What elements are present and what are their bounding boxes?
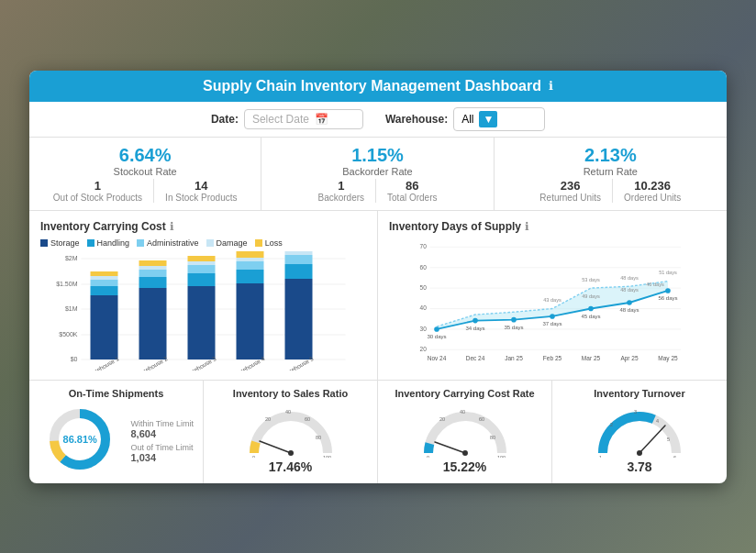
svg-rect-28 — [237, 258, 264, 261]
svg-rect-14 — [91, 271, 118, 276]
dashboard-header: Supply Chain Inventory Management Dashbo… — [29, 71, 727, 102]
svg-text:48 days: 48 days — [620, 286, 639, 292]
out-of-stock-label: Out of Stock Products — [53, 193, 142, 203]
sales-ratio-value: 17.46% — [213, 459, 368, 474]
svg-text:60: 60 — [420, 263, 428, 270]
svg-text:46 days: 46 days — [646, 282, 664, 287]
out-value: 1,034 — [130, 452, 194, 463]
svg-rect-20 — [188, 286, 216, 359]
svg-text:40: 40 — [285, 409, 291, 415]
svg-text:$1.50M: $1.50M — [56, 281, 78, 287]
line-chart-title: Inventory Days of Supply ℹ — [389, 220, 716, 233]
svg-text:40: 40 — [460, 409, 465, 415]
svg-text:4: 4 — [656, 418, 659, 424]
backorder-percent: 1.15% — [276, 145, 478, 166]
bar-chart-info-icon[interactable]: ℹ — [170, 220, 174, 233]
kpi-return: 2.13% Return Rate 236 Returned Units 10.… — [495, 138, 727, 210]
date-label: Date: — [211, 113, 239, 126]
warehouse-label: Warehouse: — [385, 113, 448, 126]
date-placeholder: Select Date — [252, 113, 309, 126]
svg-text:2: 2 — [610, 422, 613, 427]
svg-text:20: 20 — [265, 416, 271, 422]
svg-line-83 — [260, 441, 291, 453]
cost-rate-value: 15.22% — [387, 459, 542, 474]
svg-rect-30 — [285, 279, 313, 359]
svg-text:Nov 24: Nov 24 — [428, 355, 447, 361]
svg-text:48 days: 48 days — [620, 274, 639, 280]
svg-text:$0: $0 — [71, 356, 78, 362]
ontime-title: On-Time Shipments — [39, 388, 194, 399]
svg-rect-22 — [188, 265, 216, 273]
warehouse-value: All — [461, 113, 473, 126]
svg-rect-25 — [237, 283, 264, 359]
return-percent: 2.13% — [509, 145, 712, 166]
warehouse-select[interactable]: All ▼ — [453, 107, 545, 131]
in-stock-label: In Stock Products — [165, 193, 237, 203]
info-icon[interactable]: ℹ — [549, 79, 553, 93]
svg-point-56 — [588, 305, 594, 311]
gauge-cost-rate: Inventory Carrying Cost Rate 0 20 40 60 … — [378, 381, 552, 483]
in-stock-value: 14 — [165, 179, 237, 193]
backorder-label: Backorder Rate — [276, 166, 478, 177]
charts-row: Inventory Carrying Cost ℹ Storage Handli… — [29, 211, 727, 381]
svg-rect-27 — [237, 261, 264, 270]
svg-rect-17 — [139, 270, 167, 277]
svg-text:Apr 25: Apr 25 — [620, 355, 639, 362]
svg-text:40: 40 — [420, 304, 428, 311]
svg-line-91 — [435, 442, 465, 453]
svg-point-52 — [434, 326, 439, 332]
backorders-label: Backorders — [317, 193, 364, 203]
svg-point-100 — [637, 450, 642, 456]
kpi-row: 6.64% Stockout Rate 1 Out of Stock Produ… — [29, 138, 727, 211]
legend-handling: Handling — [87, 238, 130, 248]
line-chart-panel: Inventory Days of Supply ℹ 70 60 50 40 3… — [378, 211, 727, 380]
line-chart-area: 70 60 50 40 30 20 — [389, 238, 716, 367]
bar-chart-panel: Inventory Carrying Cost ℹ Storage Handli… — [29, 211, 378, 380]
svg-text:Dec 24: Dec 24 — [466, 355, 485, 361]
svg-text:35 days: 35 days — [504, 324, 523, 329]
svg-rect-23 — [188, 261, 216, 265]
svg-text:5: 5 — [667, 437, 670, 442]
date-input[interactable]: Select Date 📅 — [244, 109, 363, 129]
donut-chart: 86.81% — [43, 403, 117, 476]
svg-rect-10 — [91, 295, 118, 359]
line-chart-svg: 70 60 50 40 30 20 — [389, 238, 716, 367]
svg-text:34 days: 34 days — [465, 325, 484, 330]
legend-loss: Loss — [255, 238, 283, 248]
svg-text:37 days: 37 days — [542, 321, 561, 326]
svg-point-55 — [550, 314, 555, 319]
svg-text:$1M: $1M — [65, 305, 78, 312]
turnover-value: 3.78 — [561, 459, 717, 474]
svg-text:80: 80 — [490, 435, 495, 440]
total-orders-label: Total Orders — [387, 193, 437, 203]
svg-text:49 days: 49 days — [582, 293, 600, 299]
cost-rate-gauge: 0 20 40 60 80 100 — [419, 403, 511, 458]
line-chart-info-icon[interactable]: ℹ — [525, 220, 529, 233]
svg-text:100: 100 — [497, 455, 506, 458]
svg-text:50: 50 — [420, 284, 428, 291]
svg-text:80: 80 — [316, 435, 321, 440]
svg-rect-32 — [285, 255, 313, 264]
gauge-ontime: On-Time Shipments 86.81% Within Time Lim… — [29, 381, 204, 483]
bottom-row: On-Time Shipments 86.81% Within Time Lim… — [29, 381, 727, 483]
svg-text:0: 0 — [427, 455, 429, 458]
gauge-sales-ratio: Inventory to Sales Ratio 0 20 40 60 80 1… — [204, 381, 378, 483]
ordered-units-label: Ordered Units — [624, 193, 681, 203]
return-label: Return Rate — [509, 166, 712, 177]
svg-point-58 — [665, 288, 671, 293]
svg-text:51 days: 51 days — [659, 270, 677, 275]
svg-rect-24 — [188, 256, 216, 261]
filter-bar: Date: Select Date 📅 Warehouse: All ▼ — [29, 102, 727, 138]
gauge-turnover: Inventory Turnover 1 2 3 4 5 6 3.78 — [552, 381, 727, 483]
legend-damage: Damage — [206, 238, 248, 248]
svg-text:100: 100 — [323, 455, 331, 458]
svg-rect-18 — [139, 266, 167, 270]
svg-rect-13 — [91, 276, 118, 280]
svg-rect-29 — [237, 251, 264, 258]
svg-text:0: 0 — [252, 455, 255, 458]
dashboard: Supply Chain Inventory Management Dashbo… — [29, 71, 727, 483]
svg-text:45 days: 45 days — [581, 313, 600, 318]
svg-rect-26 — [237, 270, 264, 283]
stockout-label: Stockout Rate — [44, 166, 246, 177]
date-filter-group: Date: Select Date 📅 — [211, 109, 363, 129]
